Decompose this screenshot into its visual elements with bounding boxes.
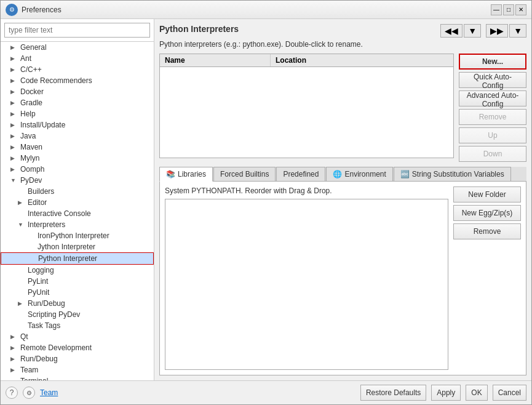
tab-bar: 📚 Libraries Forced Builtins Predefined 🌐…: [159, 167, 526, 182]
sidebar-item-docker[interactable]: ▶ Docker: [1, 86, 154, 97]
table-body[interactable]: [160, 67, 453, 154]
tab-remove-button[interactable]: Remove: [453, 223, 521, 239]
close-button[interactable]: ✕: [515, 4, 526, 15]
right-panel: Python Interpreters ◀◀ ▼ ▶▶ ▼ Python int…: [154, 19, 531, 380]
sidebar-item-label: Qt: [20, 332, 28, 341]
sidebar-item-editor[interactable]: ▶ Editor: [1, 197, 154, 208]
sidebar-item-scripting-pydev[interactable]: ▶ Scripting PyDev: [1, 309, 154, 320]
sidebar-item-pydev[interactable]: ▼ PyDev: [1, 175, 154, 186]
minimize-button[interactable]: —: [491, 4, 502, 15]
maximize-button[interactable]: □: [503, 4, 514, 15]
sidebar-item-ant[interactable]: ▶ Ant: [1, 53, 154, 64]
sidebar-item-pylint[interactable]: ▶ PyLint: [1, 276, 154, 287]
sidebar-item-label: Terminal: [20, 377, 48, 380]
arrow-icon: ▶: [10, 89, 18, 95]
sidebar-item-ironpython[interactable]: ▶ IronPython Interpreter: [1, 230, 154, 241]
tab-environment[interactable]: 🌐 Environment: [326, 167, 392, 181]
sidebar-item-terminal[interactable]: ▶ Terminal: [1, 375, 154, 380]
arrow-icon: ▼: [10, 177, 18, 183]
sidebar-item-java[interactable]: ▶ Java: [1, 130, 154, 142]
tree-scroll[interactable]: ▶ General ▶ Ant ▶ C/C++ ▶ Code Recommend…: [1, 42, 154, 380]
libraries-icon: 📚: [166, 170, 175, 178]
arrow-icon: ▶: [18, 300, 25, 307]
arrow-icon: ▶: [10, 122, 18, 128]
apply-button[interactable]: Apply: [431, 385, 461, 401]
main-content: ▶ General ▶ Ant ▶ C/C++ ▶ Code Recommend…: [1, 19, 531, 380]
arrow-icon: ▶: [10, 155, 18, 161]
team-link[interactable]: Team: [40, 388, 58, 397]
sidebar-item-label: Oomph: [20, 165, 44, 174]
sidebar-item-qt[interactable]: ▶ Qt: [1, 331, 154, 342]
interpreters-area: Name Location New... Quick Auto-Config A…: [159, 54, 526, 162]
tab-forced-builtins[interactable]: Forced Builtins: [213, 167, 276, 181]
sidebar-item-label: PyLint: [28, 277, 48, 286]
sidebar-item-label: Logging: [28, 266, 54, 275]
remove-button[interactable]: Remove: [459, 109, 526, 125]
sidebar-item-mylyn[interactable]: ▶ Mylyn: [1, 153, 154, 164]
sidebar-item-label: Docker: [20, 87, 44, 96]
advanced-auto-config-button[interactable]: Advanced Auto-Config: [459, 90, 526, 106]
down-button[interactable]: Down: [459, 146, 526, 162]
sidebar-item-interpreters[interactable]: ▼ Interpreters: [1, 219, 154, 230]
sidebar-item-run-debug[interactable]: ▶ Run/Debug: [1, 298, 154, 309]
sidebar-item-label: Mylyn: [20, 154, 39, 162]
arrow-icon: ▶: [10, 166, 18, 172]
sidebar-item-label: Team: [20, 366, 38, 374]
arrow-icon: ▶: [10, 44, 18, 50]
sidebar-item-maven[interactable]: ▶ Maven: [1, 142, 154, 153]
quick-auto-config-button[interactable]: Quick Auto-Config: [459, 72, 526, 88]
sidebar-item-task-tags[interactable]: ▶ Task Tags: [1, 320, 154, 331]
cancel-button[interactable]: Cancel: [493, 385, 526, 401]
sidebar-item-label: Python Interpreter: [38, 254, 97, 263]
sidebar-item-pyunit[interactable]: ▶ PyUnit: [1, 287, 154, 298]
sidebar-item-cpp[interactable]: ▶ C/C++: [1, 64, 154, 75]
col-location: Location: [271, 54, 453, 66]
new-folder-button[interactable]: New Folder: [453, 186, 521, 202]
sidebar-item-builders[interactable]: ▶ Builders: [1, 186, 154, 197]
sidebar-item-label: IronPython Interpreter: [38, 231, 109, 240]
sidebar-item-remote-development[interactable]: ▶ Remote Development: [1, 342, 154, 353]
arrow-icon: ▶: [10, 356, 18, 362]
nav-forward-button[interactable]: ▶▶: [486, 24, 508, 38]
sidebar-item-help[interactable]: ▶ Help: [1, 108, 154, 119]
sidebar-item-label: Task Tags: [28, 321, 60, 330]
tree-wrapper: ▶ General ▶ Ant ▶ C/C++ ▶ Code Recommend…: [1, 42, 154, 380]
sidebar-item-gradle[interactable]: ▶ Gradle: [1, 97, 154, 108]
up-button[interactable]: Up: [459, 127, 526, 143]
sidebar-item-label: C/C++: [20, 65, 42, 74]
sidebar-item-label: Run/Debug: [20, 355, 58, 363]
sidebar-item-team[interactable]: ▶ Team: [1, 364, 154, 375]
nav-back-dropdown[interactable]: ▼: [464, 24, 481, 38]
restore-defaults-button[interactable]: Restore Defaults: [360, 385, 426, 401]
sidebar-item-run-debug-top[interactable]: ▶ Run/Debug: [1, 353, 154, 364]
sidebar-item-python-interpreter[interactable]: ▶ Python Interpreter: [1, 252, 154, 265]
nav-back-button[interactable]: ◀◀: [440, 24, 463, 38]
tab-libraries[interactable]: 📚 Libraries: [159, 167, 213, 182]
tab-content: System PYTHONPATH. Reorder with Drag & D…: [159, 182, 526, 375]
arrow-icon: ▶: [10, 100, 18, 106]
arrow-icon: ▶: [10, 111, 18, 117]
arrow-icon: ▶: [10, 334, 18, 340]
sidebar-item-jython[interactable]: ▶ Jython Interpreter: [1, 241, 154, 252]
new-egg-zip-button[interactable]: New Egg/Zip(s): [453, 205, 521, 221]
tab-predefined[interactable]: Predefined: [276, 167, 325, 181]
help-icon[interactable]: ?: [6, 387, 18, 399]
tab-main: System PYTHONPATH. Reorder with Drag & D…: [165, 186, 448, 370]
sidebar-item-oomph[interactable]: ▶ Oomph: [1, 164, 154, 175]
nav-forward-dropdown[interactable]: ▼: [509, 24, 526, 38]
settings-icon[interactable]: ⚙: [23, 387, 35, 399]
search-input[interactable]: [4, 23, 150, 38]
sidebar-item-install-update[interactable]: ▶ Install/Update: [1, 119, 154, 130]
sidebar-item-general[interactable]: ▶ General: [1, 42, 154, 53]
tab-string-substitution[interactable]: 🔤 String Substitution Variables: [394, 167, 511, 181]
sidebar-item-interactive-console[interactable]: ▶ Interactive Console: [1, 208, 154, 219]
sidebar-item-logging[interactable]: ▶ Logging: [1, 265, 154, 276]
pythonpath-box[interactable]: [165, 199, 448, 370]
sidebar-item-code-recommenders[interactable]: ▶ Code Recommenders: [1, 75, 154, 86]
sidebar-item-label: PyUnit: [28, 288, 49, 297]
new-button[interactable]: New...: [459, 54, 526, 70]
arrow-icon: ▶: [10, 66, 18, 73]
ok-button[interactable]: OK: [466, 385, 487, 401]
arrow-icon: ▶: [10, 78, 18, 84]
string-sub-icon: 🔤: [400, 170, 410, 178]
